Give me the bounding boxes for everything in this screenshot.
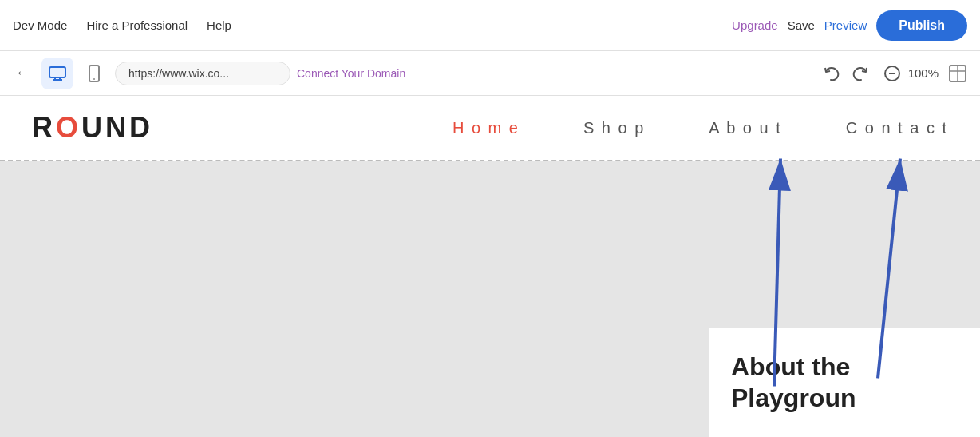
svg-point-5 xyxy=(93,78,95,80)
help-button[interactable]: Help xyxy=(207,18,231,32)
publish-button[interactable]: Publish xyxy=(876,10,967,41)
back-button[interactable]: ← xyxy=(10,61,35,86)
desktop-view-button[interactable] xyxy=(41,58,73,89)
undo-redo-group xyxy=(819,61,873,86)
site-nav: ROUND H o m e S h o p A b o u t C o n t … xyxy=(0,96,980,160)
about-title-line2: Playgroun xyxy=(731,383,958,413)
top-bar-left: Dev Mode Hire a Professional Help xyxy=(13,18,725,32)
top-bar: Dev Mode Hire a Professional Help Upgrad… xyxy=(0,0,980,51)
nav-about[interactable]: A b o u t xyxy=(709,119,781,137)
site-logo: ROUND xyxy=(32,111,452,145)
canvas-area: ROUND H o m e S h o p A b o u t C o n t … xyxy=(0,96,980,437)
second-bar: ← https://www.wix.co... Connect Your Dom… xyxy=(0,51,980,96)
zoom-out-icon xyxy=(883,65,901,82)
zoom-out-button[interactable] xyxy=(879,61,905,86)
mobile-icon xyxy=(89,65,100,82)
desktop-icon xyxy=(49,66,66,81)
about-section: About the Playgroun xyxy=(709,328,980,437)
url-bar[interactable]: https://www.wix.co... xyxy=(115,62,290,85)
nav-contact[interactable]: C o n t a c t xyxy=(846,119,948,137)
svg-rect-0 xyxy=(49,67,65,77)
logo-o: O xyxy=(56,111,81,144)
logo-r: R xyxy=(32,111,56,144)
zoom-level: 100% xyxy=(908,66,939,80)
layout-button[interactable] xyxy=(945,61,970,86)
dev-mode-button[interactable]: Dev Mode xyxy=(13,18,67,32)
layout-icon xyxy=(949,65,966,82)
hire-professional-button[interactable]: Hire a Professional xyxy=(86,18,188,32)
save-button[interactable]: Save xyxy=(788,18,815,32)
upgrade-button[interactable]: Upgrade xyxy=(732,18,778,32)
top-bar-right: Upgrade Save Preview Publish xyxy=(732,10,967,41)
connect-domain-link[interactable]: Connect Your Domain xyxy=(297,67,405,80)
lower-section: About the Playgroun xyxy=(0,161,980,437)
nav-shop[interactable]: S h o p xyxy=(583,119,645,137)
logo-rest: UND xyxy=(81,111,153,144)
undo-icon xyxy=(824,66,840,81)
undo-button[interactable] xyxy=(819,61,844,86)
preview-button[interactable]: Preview xyxy=(824,18,867,32)
redo-button[interactable] xyxy=(848,61,873,86)
site-preview: ROUND H o m e S h o p A b o u t C o n t … xyxy=(0,96,980,437)
zoom-control: 100% xyxy=(879,61,939,86)
about-title-line1: About the xyxy=(731,352,958,382)
mobile-view-button[interactable] xyxy=(80,59,109,88)
nav-home[interactable]: H o m e xyxy=(452,119,520,137)
site-nav-links: H o m e S h o p A b o u t C o n t a c t xyxy=(452,119,948,137)
redo-icon xyxy=(852,66,868,81)
